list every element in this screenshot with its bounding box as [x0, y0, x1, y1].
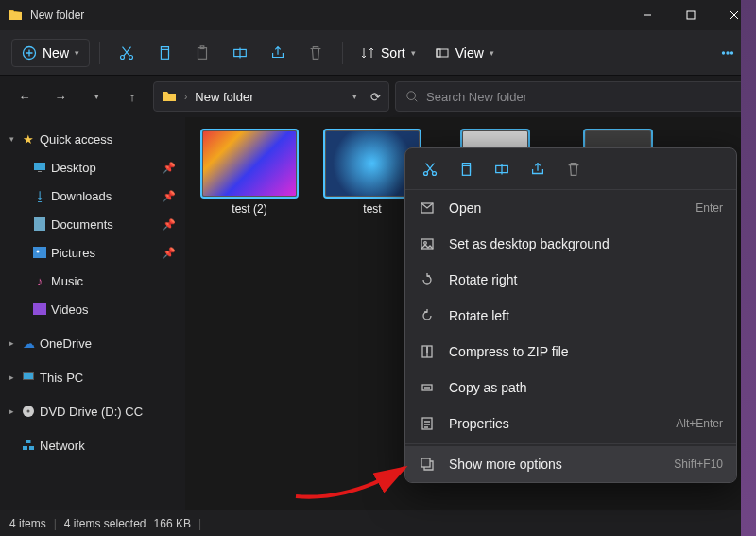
- new-button[interactable]: New ▾: [11, 39, 90, 67]
- pin-icon: 📌: [163, 162, 176, 174]
- copy-icon: [457, 161, 474, 178]
- svg-rect-16: [38, 171, 42, 172]
- breadcrumb[interactable]: New folder: [195, 90, 253, 104]
- thumbnail: [202, 130, 297, 197]
- decorative-strip: [741, 0, 756, 536]
- svg-point-24: [27, 410, 30, 413]
- desktop-icon: [32, 160, 47, 175]
- rotate-left-icon: [419, 307, 436, 324]
- svg-rect-9: [437, 49, 448, 57]
- address-bar[interactable]: › New folder ▾ ⟳: [153, 81, 389, 112]
- tree-network[interactable]: Network: [0, 431, 185, 459]
- rotate-right-icon: [419, 271, 436, 288]
- view-button[interactable]: View ▾: [427, 40, 502, 66]
- chevron-down-icon[interactable]: ▾: [352, 92, 357, 101]
- sort-icon: [360, 45, 375, 61]
- properties-icon: [419, 415, 436, 432]
- chevron-right-icon: ▸: [6, 338, 17, 348]
- svg-rect-25: [23, 446, 27, 450]
- delete-button[interactable]: [299, 36, 333, 70]
- ctx-label: Rotate right: [449, 272, 517, 287]
- copy-action[interactable]: [455, 158, 477, 181]
- separator: |: [54, 517, 57, 530]
- svg-rect-1: [687, 11, 695, 19]
- picture-icon: [419, 235, 436, 252]
- forward-button[interactable]: →: [45, 81, 76, 112]
- scissors-icon: [421, 161, 438, 178]
- svg-point-34: [424, 242, 427, 245]
- separator: [342, 42, 343, 64]
- sort-button[interactable]: Sort ▾: [352, 40, 423, 66]
- svg-rect-22: [24, 373, 33, 379]
- tree-music[interactable]: ♪Music: [0, 267, 185, 295]
- ctx-copy-path[interactable]: Copy as path: [405, 370, 736, 406]
- file-name: test (2): [232, 202, 266, 216]
- rename-icon: [493, 161, 510, 178]
- selection-size: 166 KB: [154, 517, 191, 530]
- tree-thispc[interactable]: ▸This PC: [0, 363, 185, 391]
- view-icon: [435, 45, 450, 61]
- ctx-show-more[interactable]: Show more optionsShift+F10: [405, 446, 736, 482]
- tree-desktop[interactable]: Desktop📌: [0, 153, 185, 182]
- ctx-label: Rotate left: [449, 308, 509, 323]
- tree-label: Music: [51, 274, 83, 288]
- ctx-label: Set as desktop background: [449, 236, 610, 251]
- cut-button[interactable]: [110, 36, 144, 70]
- share-action[interactable]: [526, 158, 549, 181]
- rename-action[interactable]: [490, 158, 513, 181]
- cut-action[interactable]: [419, 158, 441, 181]
- ctx-shortcut: Shift+F10: [674, 458, 723, 471]
- tree-label: DVD Drive (D:) CC: [40, 405, 143, 419]
- tree-pictures[interactable]: Pictures📌: [0, 238, 185, 267]
- svg-rect-26: [29, 446, 34, 450]
- tree-label: Documents: [51, 217, 113, 232]
- chevron-down-icon: ▾: [75, 48, 79, 58]
- tree-downloads[interactable]: ⭳Downloads📌: [0, 182, 185, 210]
- command-bar: New ▾ Sort ▾ View ▾: [0, 30, 756, 76]
- up-button[interactable]: ↑: [117, 81, 147, 112]
- separator: [405, 443, 736, 444]
- pin-icon: 📌: [163, 247, 176, 259]
- ctx-properties[interactable]: PropertiesAlt+Enter: [405, 406, 736, 441]
- refresh-button[interactable]: ⟳: [370, 90, 381, 104]
- ctx-rotate-right[interactable]: Rotate right: [405, 262, 736, 298]
- context-menu: OpenEnter Set as desktop background Rota…: [404, 147, 737, 483]
- tree-dvd[interactable]: ▸DVD Drive (D:) CC: [0, 397, 185, 425]
- tree-onedrive[interactable]: ▸☁OneDrive: [0, 329, 185, 357]
- ctx-open[interactable]: OpenEnter: [405, 190, 736, 226]
- window-title: New folder: [30, 9, 84, 22]
- tree-quick-access[interactable]: ▾ ★ Quick access: [0, 125, 185, 153]
- document-icon: [32, 216, 47, 232]
- share-button[interactable]: [261, 36, 295, 70]
- ctx-label: Copy as path: [449, 380, 527, 395]
- delete-action[interactable]: [562, 158, 585, 181]
- ctx-label: Show more options: [449, 457, 562, 472]
- tree-documents[interactable]: Documents📌: [0, 210, 185, 238]
- ctx-set-bg[interactable]: Set as desktop background: [405, 226, 736, 262]
- svg-rect-27: [26, 440, 31, 443]
- back-button[interactable]: ←: [9, 81, 40, 112]
- folder-icon: [8, 8, 23, 23]
- copy-button[interactable]: [147, 36, 181, 70]
- new-label: New: [43, 45, 69, 61]
- more-button[interactable]: [711, 36, 745, 70]
- ctx-label: Compress to ZIP file: [449, 344, 569, 359]
- ctx-rotate-left[interactable]: Rotate left: [405, 298, 736, 334]
- search-field[interactable]: Search New folder: [395, 81, 747, 112]
- minimize-button[interactable]: [626, 0, 669, 30]
- tree-videos[interactable]: Videos: [0, 295, 185, 323]
- svg-rect-18: [33, 247, 46, 258]
- selection-count: 4 items selected: [64, 517, 146, 530]
- ctx-compress[interactable]: Compress to ZIP file: [405, 334, 736, 370]
- rename-button[interactable]: [223, 36, 257, 70]
- video-icon: [32, 302, 47, 317]
- search-placeholder: Search New folder: [426, 90, 527, 104]
- ctx-shortcut: Alt+Enter: [676, 417, 723, 430]
- status-bar: 4 items | 4 items selected 166 KB |: [0, 510, 756, 536]
- navigation-pane: ▾ ★ Quick access Desktop📌 ⭳Downloads📌 Do…: [0, 117, 185, 510]
- cloud-icon: ☁: [21, 336, 36, 351]
- recent-button[interactable]: ▾: [81, 81, 112, 112]
- maximize-button[interactable]: [669, 0, 713, 30]
- file-item[interactable]: test (2): [198, 130, 301, 216]
- paste-button[interactable]: [185, 36, 219, 70]
